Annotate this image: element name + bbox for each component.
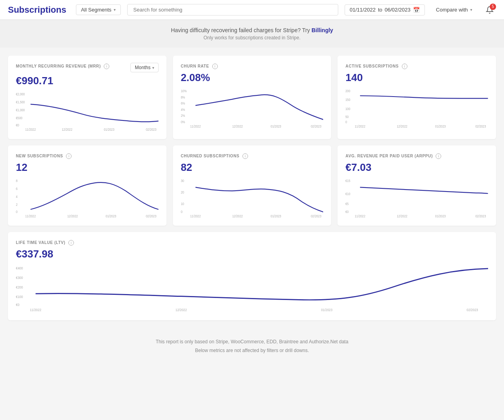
- churned-subs-info-icon[interactable]: i: [242, 153, 248, 159]
- active-subs-chart: 200 150 100 50 0 11/2022 12/2022 01/2023…: [345, 88, 488, 128]
- svg-text:€1,500: €1,500: [16, 100, 25, 104]
- footer-note: This report is only based on Stripe, Woo…: [0, 328, 504, 364]
- arppu-card: AVG. REVENUE PER PAID USER (ARPPU) i €7.…: [337, 145, 496, 226]
- ltv-info-icon[interactable]: i: [68, 240, 74, 246]
- churn-value: 2.08%: [181, 72, 324, 84]
- svg-text:01/2023: 01/2023: [106, 214, 116, 217]
- footer-line1: This report is only based on Stripe, Woo…: [10, 338, 494, 346]
- svg-text:11/2022: 11/2022: [355, 214, 366, 217]
- arppu-label: AVG. REVENUE PER PAID USER (ARPPU): [345, 154, 433, 158]
- svg-text:€500: €500: [16, 116, 23, 120]
- svg-text:02/2023: 02/2023: [475, 214, 486, 217]
- svg-text:€0: €0: [16, 123, 19, 127]
- search-input[interactable]: [127, 4, 338, 15]
- svg-text:€15: €15: [345, 179, 351, 183]
- churned-subs-label-group: CHURNED SUBSCRIPTIONS i: [181, 153, 248, 159]
- churn-card: CHURN RATE i 2.08% 10% 8% 6% 4% 2% 0% 11…: [173, 56, 331, 139]
- svg-text:11/2022: 11/2022: [190, 214, 201, 217]
- mrr-label-group: MONTHLY RECURRING REVENUE (MRR) i: [16, 63, 109, 69]
- churn-label: CHURN RATE: [181, 64, 209, 68]
- svg-text:€200: €200: [16, 285, 23, 289]
- footer-line2: Below metrics are not affected by filter…: [10, 346, 494, 355]
- mrr-value: €990.71: [16, 75, 159, 87]
- svg-text:2%: 2%: [181, 114, 185, 118]
- mrr-info-icon[interactable]: i: [104, 64, 109, 69]
- svg-text:12/2022: 12/2022: [397, 124, 408, 128]
- segment-label: All Segments: [81, 7, 112, 13]
- chevron-down-icon: ▾: [114, 8, 116, 12]
- notification-button[interactable]: 5: [483, 4, 496, 16]
- svg-text:11/2022: 11/2022: [355, 124, 366, 128]
- svg-text:12/2022: 12/2022: [62, 128, 72, 131]
- churn-header: CHURN RATE i: [181, 63, 324, 69]
- arppu-label-group: AVG. REVENUE PER PAID USER (ARPPU) i: [345, 153, 441, 159]
- segment-dropdown[interactable]: All Segments ▾: [76, 4, 121, 15]
- svg-text:10%: 10%: [181, 89, 187, 93]
- svg-text:11/2022: 11/2022: [30, 308, 41, 312]
- churned-subs-card: CHURNED SUBSCRIPTIONS i 82 30 20 10 0 11…: [173, 145, 331, 226]
- svg-text:0%: 0%: [181, 120, 185, 124]
- active-subs-info-icon[interactable]: i: [402, 64, 407, 69]
- banner-text-before: Having difficulty recovering failed char…: [171, 27, 312, 33]
- svg-text:11/2022: 11/2022: [190, 124, 201, 128]
- svg-text:20: 20: [181, 190, 184, 194]
- svg-text:50: 50: [345, 115, 349, 119]
- svg-text:€0: €0: [16, 302, 19, 306]
- mrr-label: MONTHLY RECURRING REVENUE (MRR): [16, 64, 101, 68]
- chevron-down-icon: ▾: [470, 8, 472, 12]
- new-subs-header: NEW SUBSCRIPTIONS i: [16, 153, 159, 159]
- svg-text:12/2022: 12/2022: [175, 308, 187, 312]
- new-subs-label-group: NEW SUBSCRIPTIONS i: [16, 153, 72, 159]
- svg-text:8%: 8%: [181, 95, 185, 99]
- svg-text:02/2023: 02/2023: [467, 308, 478, 312]
- svg-text:11/2022: 11/2022: [25, 128, 36, 131]
- svg-text:8: 8: [16, 179, 18, 183]
- svg-text:€2,000: €2,000: [16, 92, 25, 96]
- new-subs-info-icon[interactable]: i: [66, 153, 72, 159]
- svg-text:12/2022: 12/2022: [232, 214, 243, 217]
- svg-text:€10: €10: [345, 192, 351, 196]
- churn-label-group: CHURN RATE i: [181, 63, 218, 69]
- svg-text:01/2023: 01/2023: [104, 128, 114, 131]
- new-subs-label: NEW SUBSCRIPTIONS: [16, 154, 63, 158]
- churned-subs-label: CHURNED SUBSCRIPTIONS: [181, 154, 240, 158]
- date-separator: to: [378, 7, 382, 13]
- compare-button[interactable]: Compare with ▾: [431, 5, 477, 15]
- notification-badge: 5: [490, 4, 496, 10]
- svg-text:0: 0: [345, 120, 347, 124]
- svg-text:02/2023: 02/2023: [311, 124, 322, 128]
- svg-text:12/2022: 12/2022: [67, 214, 78, 217]
- date-to: 06/02/2023: [385, 7, 411, 13]
- promo-banner: Having difficulty recovering failed char…: [0, 20, 504, 48]
- svg-text:6: 6: [16, 187, 18, 191]
- svg-text:€400: €400: [16, 266, 23, 270]
- chevron-down-icon: ▾: [152, 66, 154, 70]
- svg-text:€100: €100: [16, 295, 23, 299]
- date-from: 01/11/2022: [350, 7, 376, 13]
- svg-text:01/2023: 01/2023: [435, 214, 446, 217]
- svg-text:4: 4: [16, 195, 18, 199]
- arppu-info-icon[interactable]: i: [436, 153, 441, 159]
- date-range-picker[interactable]: 01/11/2022 to 06/02/2023 📅: [345, 4, 425, 15]
- page-title: Subscriptions: [8, 5, 66, 15]
- svg-text:02/2023: 02/2023: [311, 214, 322, 217]
- svg-text:4%: 4%: [181, 108, 185, 112]
- churned-subs-chart: 30 20 10 0 11/2022 12/2022 01/2023 02/20…: [181, 178, 324, 217]
- svg-text:10: 10: [181, 202, 184, 206]
- compare-label: Compare with: [436, 7, 468, 13]
- svg-text:6%: 6%: [181, 102, 185, 106]
- churned-subs-header: CHURNED SUBSCRIPTIONS i: [181, 153, 324, 159]
- svg-text:2: 2: [16, 203, 18, 207]
- svg-text:12/2022: 12/2022: [232, 124, 243, 128]
- months-button[interactable]: Months ▾: [130, 63, 158, 72]
- header: Subscriptions All Segments ▾ 01/11/2022 …: [0, 0, 504, 20]
- churn-info-icon[interactable]: i: [212, 64, 218, 69]
- active-subs-value: 140: [345, 72, 488, 84]
- brand-link[interactable]: Billingly: [312, 27, 333, 33]
- svg-text:02/2023: 02/2023: [146, 128, 157, 131]
- svg-text:30: 30: [181, 179, 184, 183]
- svg-text:€1,000: €1,000: [16, 108, 25, 112]
- arppu-value: €7.03: [345, 161, 488, 174]
- svg-text:02/2023: 02/2023: [475, 124, 486, 128]
- mrr-chart: €2,000 €1,500 €1,000 €500 €0 11/2022 12/…: [16, 91, 159, 131]
